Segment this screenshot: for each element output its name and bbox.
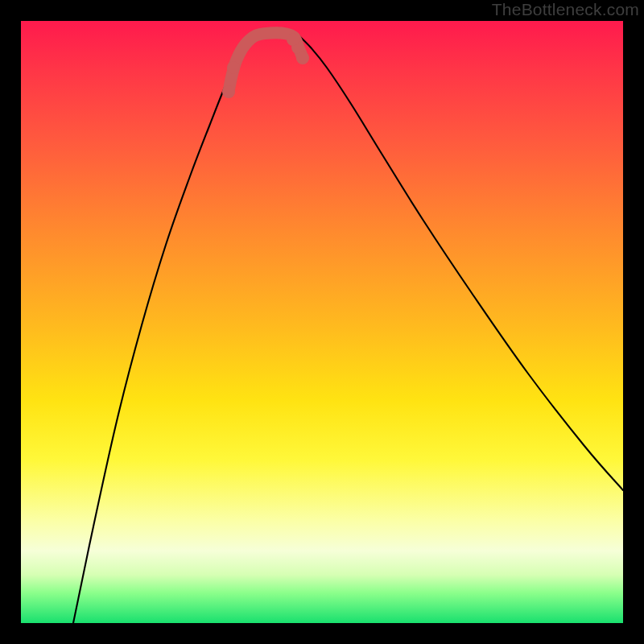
series-left-curve [73, 35, 254, 623]
series-right-curve [299, 35, 623, 490]
highlight-dot-3 [296, 52, 309, 64]
highlight-dot-4 [287, 33, 299, 46]
chart-svg [21, 21, 623, 623]
chart-frame [21, 21, 623, 623]
watermark-text: TheBottleneck.com [492, 0, 639, 19]
highlight-dot-1 [227, 61, 240, 74]
series-group [73, 33, 623, 623]
highlight-dot-0 [222, 85, 235, 98]
